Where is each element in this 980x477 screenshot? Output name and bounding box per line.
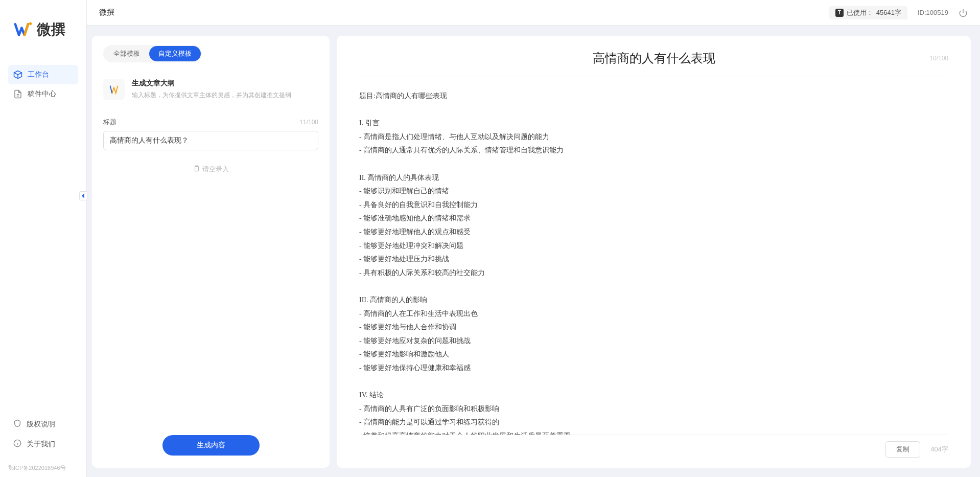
left-panel: 全部模板 自定义模板 生成文章大纲 输入标题，为你提供文章主体的灵感，并为其创建… — [92, 36, 330, 468]
nav-label: 工作台 — [28, 70, 49, 79]
logo: 微撰 — [0, 0, 86, 55]
template-title: 生成文章大纲 — [132, 79, 318, 88]
tab-all-templates[interactable]: 全部模板 — [104, 46, 149, 61]
usage-value: 45641字 — [876, 8, 901, 17]
doc-header: 高情商的人有什么表现 10/100 — [359, 46, 948, 77]
right-panel: 高情商的人有什么表现 10/100 题目:高情商的人有哪些表现 I. 引言 - … — [337, 36, 971, 468]
footer-label: 关于我们 — [27, 440, 55, 449]
sidebar: 微撰 工作台 稿件中心 版权说明 关于我们 — [0, 0, 87, 477]
footer-copyright[interactable]: 版权说明 — [8, 414, 78, 434]
top-right: T 已使用： 45641字 ID:100519 — [829, 6, 968, 19]
tab-custom-templates[interactable]: 自定义模板 — [149, 46, 201, 61]
template-info: 生成文章大纲 输入标题，为你提供文章主体的灵感，并为其创建推文提纲 — [132, 79, 318, 100]
info-icon — [13, 439, 21, 449]
shield-icon — [13, 419, 21, 429]
doc-body[interactable]: 题目:高情商的人有哪些表现 I. 引言 - 高情商是指人们处理情绪、与他人互动以… — [359, 77, 948, 435]
doc-title: 高情商的人有什么表现 — [593, 50, 715, 66]
generate-button[interactable]: 生成内容 — [162, 435, 260, 456]
logo-icon — [14, 20, 33, 39]
nav-label: 稿件中心 — [28, 89, 56, 99]
doc-footer: 复制 404字 — [359, 435, 948, 458]
sidebar-footer: 版权说明 关于我们 — [0, 406, 86, 462]
top-bar: 微撰 T 已使用： 45641字 ID:100519 — [87, 0, 980, 26]
cube-icon — [13, 70, 22, 79]
title-field-group: 标题 11/100 — [103, 118, 318, 150]
clipboard-icon — [193, 165, 200, 174]
footer-label: 版权说明 — [27, 420, 55, 429]
icp-text: 鄂ICP备2022016946号 — [0, 462, 86, 477]
nav-workspace[interactable]: 工作台 — [8, 65, 78, 84]
nav-menu: 工作台 稿件中心 — [0, 55, 86, 406]
template-tabs: 全部模板 自定义模板 — [103, 45, 202, 62]
field-count: 11/100 — [299, 119, 318, 126]
footer-about[interactable]: 关于我们 — [8, 434, 78, 454]
title-input[interactable] — [103, 131, 318, 150]
usage-badge: T 已使用： 45641字 — [829, 6, 907, 19]
empty-hint: 请空录入 — [103, 165, 318, 174]
empty-hint-text: 请空录入 — [202, 165, 229, 174]
main-content: 全部模板 自定义模板 生成文章大纲 输入标题，为你提供文章主体的灵感，并为其创建… — [92, 36, 971, 468]
word-count: 404字 — [930, 445, 948, 454]
nav-drafts[interactable]: 稿件中心 — [8, 84, 78, 104]
document-icon — [13, 89, 22, 99]
doc-title-count: 10/100 — [929, 55, 948, 62]
power-icon[interactable] — [959, 8, 968, 17]
page-title: 微撰 — [99, 8, 114, 17]
copy-button[interactable]: 复制 — [885, 441, 920, 458]
sidebar-collapse-handle[interactable] — [79, 191, 87, 200]
logo-text: 微撰 — [37, 20, 65, 39]
field-label: 标题 — [103, 118, 116, 127]
user-id: ID:100519 — [918, 9, 948, 16]
field-label-row: 标题 11/100 — [103, 118, 318, 127]
text-icon: T — [835, 9, 844, 17]
template-desc: 输入标题，为你提供文章主体的灵感，并为其创建推文提纲 — [132, 91, 318, 100]
template-card: 生成文章大纲 输入标题，为你提供文章主体的灵感，并为其创建推文提纲 — [103, 75, 318, 104]
template-icon — [103, 79, 125, 100]
usage-label: 已使用： — [847, 8, 873, 17]
svg-point-0 — [29, 22, 32, 25]
